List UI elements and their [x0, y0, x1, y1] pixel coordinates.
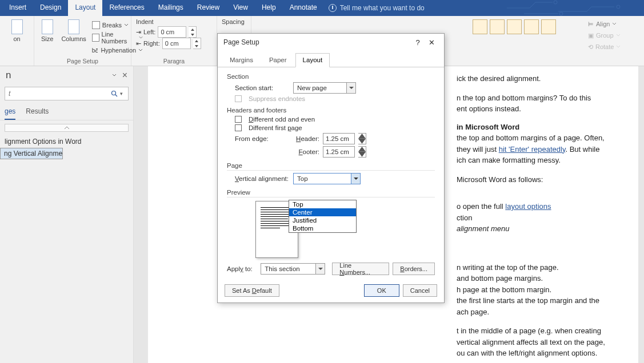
indent-left-input[interactable]: 0 cm [158, 26, 186, 38]
tell-me[interactable]: Tell me what you want to do [329, 0, 425, 16]
dialog-close-button[interactable]: ✕ [425, 38, 438, 47]
doc-text: vertical alignment affects all text on t… [457, 337, 630, 348]
apply-to-select[interactable]: This section [261, 263, 325, 275]
doc-link[interactable]: layout options [505, 202, 551, 211]
suppress-endnotes-label: Suppress endnotes [249, 95, 305, 102]
tab-help[interactable]: Help [255, 0, 283, 16]
align-button[interactable]: ⊨Align [586, 18, 623, 30]
tell-me-label: Tell me what you want to do [340, 4, 425, 12]
size-label: Size [41, 35, 53, 42]
indent-right-input[interactable]: 0 cm [162, 38, 191, 49]
tab-annotate[interactable]: Annotate [283, 0, 324, 16]
dialog-tabs: Margins Paper Layout [218, 51, 444, 67]
chevron-down-icon [315, 264, 325, 274]
send-backward-button[interactable] [524, 19, 539, 34]
rotate-icon: ⟲ [588, 43, 593, 51]
dropdown-option[interactable]: Top [289, 200, 356, 208]
header-spinner[interactable] [358, 133, 366, 144]
nav-tab-headings[interactable]: ges [5, 107, 15, 120]
dialog-tab-paper[interactable]: Paper [262, 53, 294, 67]
nav-item[interactable]: lignment Options in Word [0, 135, 133, 148]
indent-left-row[interactable]: ⇥Left:0 cm [136, 26, 212, 38]
group-button: ▣Group [586, 30, 623, 41]
position-button[interactable] [473, 19, 487, 34]
selection-pane-button[interactable] [541, 19, 556, 34]
rotate-button: ⟲Rotate [586, 41, 623, 53]
nav-search[interactable]: ▾ [5, 87, 129, 100]
borders-button[interactable]: Borders... [393, 263, 435, 275]
cancel-button[interactable]: Cancel [403, 284, 437, 297]
line-numbers-button[interactable]: Line Numbers... [332, 263, 389, 275]
wrap-text-button[interactable] [490, 19, 505, 34]
search-dropdown-icon[interactable]: ▾ [120, 91, 128, 96]
vertical-alignment-dropdown: Top Center Justified Bottom [289, 200, 357, 233]
doc-text: ction [457, 212, 630, 224]
tab-insert[interactable]: Insert [2, 0, 33, 16]
chevron-down-icon [346, 83, 355, 93]
nav-dropdown-icon[interactable] [112, 73, 117, 78]
doc-text: alignment menu [457, 224, 510, 233]
rotate-label: Rotate [595, 43, 614, 50]
ok-button[interactable]: OK [364, 284, 399, 297]
header-label: Header: [293, 135, 319, 142]
nav-item[interactable]: ng Vertical Alignment in Microsoft Word [0, 148, 63, 159]
diff-first-page-checkbox[interactable] [235, 124, 242, 131]
group-icon: ▣ [588, 32, 594, 39]
doc-text: ich can make formatting messy. [457, 155, 630, 166]
page-section-label: Page [227, 162, 435, 171]
tab-view[interactable]: View [226, 0, 255, 16]
bring-forward-button[interactable] [507, 19, 522, 34]
section-start-select[interactable]: New page [293, 82, 356, 94]
doc-text: h page at the bottom margin. [457, 284, 630, 296]
dialog-tab-layout[interactable]: Layout [295, 53, 330, 67]
chevron-down-icon [124, 23, 129, 27]
doc-text: Microsoft Word as follows: [457, 174, 630, 185]
indent-right-spinner[interactable] [193, 38, 201, 49]
columns-label: Columns [61, 35, 86, 42]
dialog-titlebar[interactable]: Page Setup ? ✕ [218, 34, 444, 51]
dropdown-option[interactable]: Bottom [289, 224, 356, 232]
diff-odd-even-checkbox[interactable] [235, 116, 242, 123]
dropdown-option[interactable]: Center [289, 208, 356, 216]
vertical-alignment-label: Vertical alignment: [235, 175, 290, 182]
spacing-header: Spacing [222, 18, 246, 25]
tab-layout[interactable]: Layout [68, 0, 102, 16]
search-icon[interactable] [109, 90, 120, 97]
decorative-circuit [507, 0, 644, 16]
nav-tab-results[interactable]: Results [26, 107, 49, 120]
dialog-tab-margins[interactable]: Margins [222, 53, 261, 67]
align-label: Align [596, 21, 610, 27]
set-default-button[interactable]: Set As Default [225, 284, 279, 297]
indent-left-label: Left: [143, 29, 155, 35]
lightbulb-icon [329, 4, 337, 12]
ion-button[interactable]: on [5, 18, 29, 43]
tab-mailings[interactable]: Mailings [151, 0, 190, 16]
size-button[interactable]: Size [39, 18, 55, 56]
doc-link[interactable]: hit 'Enter' repeatedly [499, 145, 566, 154]
navigation-pane: n × ▾ ges Results lignment Options in Wo… [0, 66, 134, 363]
diff-first-page-label: Different first page [249, 124, 302, 131]
header-input[interactable]: 1.25 cm [323, 133, 355, 144]
doc-text: n writing at the top of the page. [457, 262, 630, 273]
nav-collapse-button[interactable] [5, 124, 129, 132]
doc-text: the top and bottom margins of a page. Of… [457, 132, 630, 144]
hf-label: Headers and footers [227, 107, 435, 114]
footer-input[interactable]: 1.25 cm [323, 146, 355, 158]
breaks-icon [92, 21, 100, 29]
page-setup-dialog: Page Setup ? ✕ Margins Paper Layout Sect… [217, 33, 445, 303]
tab-review[interactable]: Review [190, 0, 226, 16]
nav-search-input[interactable] [5, 90, 109, 98]
dialog-help-button[interactable]: ? [411, 38, 425, 47]
tab-design[interactable]: Design [33, 0, 68, 16]
indent-left-spinner[interactable] [189, 26, 197, 38]
doc-text: ach page. [457, 306, 630, 318]
columns-button[interactable]: Columns [59, 18, 88, 56]
doc-text: the first line starts at the top margin … [457, 295, 630, 306]
vertical-alignment-select[interactable]: Top [293, 173, 361, 184]
line-numbers-icon [92, 34, 99, 42]
dropdown-option[interactable]: Justified [289, 216, 356, 224]
indent-right-row[interactable]: ⇤Right:0 cm [136, 38, 212, 49]
nav-close-button[interactable]: × [122, 70, 127, 80]
tab-references[interactable]: References [102, 0, 151, 16]
footer-spinner[interactable] [358, 146, 366, 158]
